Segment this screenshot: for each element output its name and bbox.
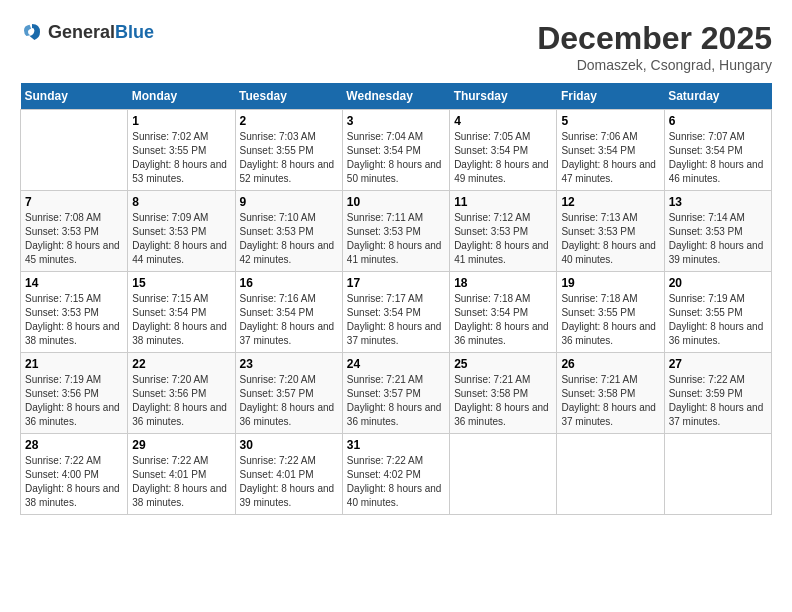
day-number: 24 — [347, 357, 445, 371]
day-number: 25 — [454, 357, 552, 371]
day-info: Sunrise: 7:12 AMSunset: 3:53 PMDaylight:… — [454, 211, 552, 267]
logo: GeneralBlue — [20, 20, 154, 44]
calendar-cell: 8Sunrise: 7:09 AMSunset: 3:53 PMDaylight… — [128, 191, 235, 272]
day-info: Sunrise: 7:15 AMSunset: 3:53 PMDaylight:… — [25, 292, 123, 348]
day-number: 21 — [25, 357, 123, 371]
calendar-cell: 19Sunrise: 7:18 AMSunset: 3:55 PMDayligh… — [557, 272, 664, 353]
month-title: December 2025 — [537, 20, 772, 57]
calendar-cell: 1Sunrise: 7:02 AMSunset: 3:55 PMDaylight… — [128, 110, 235, 191]
day-info: Sunrise: 7:15 AMSunset: 3:54 PMDaylight:… — [132, 292, 230, 348]
day-info: Sunrise: 7:13 AMSunset: 3:53 PMDaylight:… — [561, 211, 659, 267]
day-number: 29 — [132, 438, 230, 452]
calendar-cell: 11Sunrise: 7:12 AMSunset: 3:53 PMDayligh… — [450, 191, 557, 272]
day-info: Sunrise: 7:11 AMSunset: 3:53 PMDaylight:… — [347, 211, 445, 267]
day-number: 28 — [25, 438, 123, 452]
day-info: Sunrise: 7:22 AMSunset: 4:01 PMDaylight:… — [240, 454, 338, 510]
calendar-cell: 4Sunrise: 7:05 AMSunset: 3:54 PMDaylight… — [450, 110, 557, 191]
calendar-cell: 14Sunrise: 7:15 AMSunset: 3:53 PMDayligh… — [21, 272, 128, 353]
day-number: 12 — [561, 195, 659, 209]
day-number: 2 — [240, 114, 338, 128]
day-number: 23 — [240, 357, 338, 371]
day-info: Sunrise: 7:21 AMSunset: 3:57 PMDaylight:… — [347, 373, 445, 429]
day-info: Sunrise: 7:21 AMSunset: 3:58 PMDaylight:… — [561, 373, 659, 429]
calendar-cell: 20Sunrise: 7:19 AMSunset: 3:55 PMDayligh… — [664, 272, 771, 353]
day-number: 31 — [347, 438, 445, 452]
day-info: Sunrise: 7:10 AMSunset: 3:53 PMDaylight:… — [240, 211, 338, 267]
day-info: Sunrise: 7:14 AMSunset: 3:53 PMDaylight:… — [669, 211, 767, 267]
calendar-cell: 17Sunrise: 7:17 AMSunset: 3:54 PMDayligh… — [342, 272, 449, 353]
day-number: 7 — [25, 195, 123, 209]
day-number: 9 — [240, 195, 338, 209]
calendar-cell: 31Sunrise: 7:22 AMSunset: 4:02 PMDayligh… — [342, 434, 449, 515]
day-info: Sunrise: 7:02 AMSunset: 3:55 PMDaylight:… — [132, 130, 230, 186]
day-info: Sunrise: 7:08 AMSunset: 3:53 PMDaylight:… — [25, 211, 123, 267]
day-number: 11 — [454, 195, 552, 209]
day-number: 1 — [132, 114, 230, 128]
calendar-cell: 27Sunrise: 7:22 AMSunset: 3:59 PMDayligh… — [664, 353, 771, 434]
calendar-cell: 22Sunrise: 7:20 AMSunset: 3:56 PMDayligh… — [128, 353, 235, 434]
calendar-cell: 12Sunrise: 7:13 AMSunset: 3:53 PMDayligh… — [557, 191, 664, 272]
header-sunday: Sunday — [21, 83, 128, 110]
header-tuesday: Tuesday — [235, 83, 342, 110]
day-number: 13 — [669, 195, 767, 209]
calendar-cell: 21Sunrise: 7:19 AMSunset: 3:56 PMDayligh… — [21, 353, 128, 434]
header-thursday: Thursday — [450, 83, 557, 110]
header-wednesday: Wednesday — [342, 83, 449, 110]
logo-general: General — [48, 22, 115, 42]
logo-blue: Blue — [115, 22, 154, 42]
week-row-1: 1Sunrise: 7:02 AMSunset: 3:55 PMDaylight… — [21, 110, 772, 191]
header-monday: Monday — [128, 83, 235, 110]
calendar-cell: 28Sunrise: 7:22 AMSunset: 4:00 PMDayligh… — [21, 434, 128, 515]
calendar-cell: 5Sunrise: 7:06 AMSunset: 3:54 PMDaylight… — [557, 110, 664, 191]
day-info: Sunrise: 7:22 AMSunset: 4:00 PMDaylight:… — [25, 454, 123, 510]
day-info: Sunrise: 7:09 AMSunset: 3:53 PMDaylight:… — [132, 211, 230, 267]
calendar-cell: 26Sunrise: 7:21 AMSunset: 3:58 PMDayligh… — [557, 353, 664, 434]
logo-text: GeneralBlue — [48, 22, 154, 43]
day-number: 22 — [132, 357, 230, 371]
day-number: 20 — [669, 276, 767, 290]
day-number: 5 — [561, 114, 659, 128]
day-info: Sunrise: 7:22 AMSunset: 3:59 PMDaylight:… — [669, 373, 767, 429]
calendar-cell: 16Sunrise: 7:16 AMSunset: 3:54 PMDayligh… — [235, 272, 342, 353]
header-saturday: Saturday — [664, 83, 771, 110]
calendar-header-row: SundayMondayTuesdayWednesdayThursdayFrid… — [21, 83, 772, 110]
day-info: Sunrise: 7:17 AMSunset: 3:54 PMDaylight:… — [347, 292, 445, 348]
day-number: 26 — [561, 357, 659, 371]
calendar-cell — [21, 110, 128, 191]
calendar-cell: 25Sunrise: 7:21 AMSunset: 3:58 PMDayligh… — [450, 353, 557, 434]
calendar-cell — [450, 434, 557, 515]
calendar-cell: 2Sunrise: 7:03 AMSunset: 3:55 PMDaylight… — [235, 110, 342, 191]
calendar-cell: 29Sunrise: 7:22 AMSunset: 4:01 PMDayligh… — [128, 434, 235, 515]
day-number: 30 — [240, 438, 338, 452]
day-info: Sunrise: 7:05 AMSunset: 3:54 PMDaylight:… — [454, 130, 552, 186]
page-header: GeneralBlue December 2025 Domaszek, Cson… — [20, 20, 772, 73]
day-number: 18 — [454, 276, 552, 290]
day-info: Sunrise: 7:04 AMSunset: 3:54 PMDaylight:… — [347, 130, 445, 186]
calendar-cell: 6Sunrise: 7:07 AMSunset: 3:54 PMDaylight… — [664, 110, 771, 191]
day-info: Sunrise: 7:19 AMSunset: 3:55 PMDaylight:… — [669, 292, 767, 348]
calendar-cell: 10Sunrise: 7:11 AMSunset: 3:53 PMDayligh… — [342, 191, 449, 272]
week-row-3: 14Sunrise: 7:15 AMSunset: 3:53 PMDayligh… — [21, 272, 772, 353]
day-number: 14 — [25, 276, 123, 290]
header-friday: Friday — [557, 83, 664, 110]
calendar-cell: 13Sunrise: 7:14 AMSunset: 3:53 PMDayligh… — [664, 191, 771, 272]
day-info: Sunrise: 7:03 AMSunset: 3:55 PMDaylight:… — [240, 130, 338, 186]
calendar-cell: 3Sunrise: 7:04 AMSunset: 3:54 PMDaylight… — [342, 110, 449, 191]
week-row-2: 7Sunrise: 7:08 AMSunset: 3:53 PMDaylight… — [21, 191, 772, 272]
day-number: 8 — [132, 195, 230, 209]
day-number: 15 — [132, 276, 230, 290]
week-row-5: 28Sunrise: 7:22 AMSunset: 4:00 PMDayligh… — [21, 434, 772, 515]
day-number: 17 — [347, 276, 445, 290]
calendar-cell — [557, 434, 664, 515]
day-number: 6 — [669, 114, 767, 128]
day-number: 10 — [347, 195, 445, 209]
day-info: Sunrise: 7:20 AMSunset: 3:56 PMDaylight:… — [132, 373, 230, 429]
day-info: Sunrise: 7:19 AMSunset: 3:56 PMDaylight:… — [25, 373, 123, 429]
calendar-cell: 9Sunrise: 7:10 AMSunset: 3:53 PMDaylight… — [235, 191, 342, 272]
week-row-4: 21Sunrise: 7:19 AMSunset: 3:56 PMDayligh… — [21, 353, 772, 434]
day-info: Sunrise: 7:22 AMSunset: 4:01 PMDaylight:… — [132, 454, 230, 510]
calendar-table: SundayMondayTuesdayWednesdayThursdayFrid… — [20, 83, 772, 515]
logo-icon — [20, 20, 44, 44]
day-info: Sunrise: 7:22 AMSunset: 4:02 PMDaylight:… — [347, 454, 445, 510]
calendar-cell: 24Sunrise: 7:21 AMSunset: 3:57 PMDayligh… — [342, 353, 449, 434]
